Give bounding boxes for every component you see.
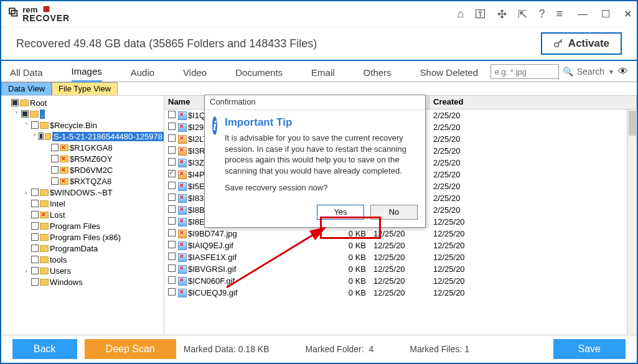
checkbox[interactable] [168, 111, 176, 118]
category-tab-audio[interactable]: Audio [131, 67, 154, 82]
tree-label: $Recycle.Bin [50, 121, 97, 130]
checkbox[interactable] [168, 182, 176, 189]
scrollbar-thumb[interactable] [629, 111, 636, 136]
file-row[interactable]: $IASFE1X.gif0 KB12/25/2012/25/20 [164, 251, 637, 263]
info-icon: i [212, 116, 217, 135]
menu-icon[interactable]: ≡ [556, 7, 563, 21]
column-created[interactable]: Created [429, 96, 637, 109]
checkbox[interactable] [168, 253, 176, 260]
checkbox[interactable] [31, 267, 39, 274]
category-tab-images[interactable]: Images [72, 66, 102, 82]
tree-item[interactable]: Intel [2, 198, 164, 209]
checkbox[interactable] [168, 217, 176, 225]
checkbox[interactable] [11, 99, 19, 106]
tree-item[interactable]: $R5MZ6OY [2, 153, 164, 164]
checkbox[interactable] [168, 123, 176, 130]
checkbox[interactable] [31, 189, 39, 196]
search-icon[interactable]: 🔍 [563, 67, 573, 77]
file-row[interactable]: $IBVGRSI.gif0 KB12/25/2012/25/20 [164, 263, 637, 275]
folder-tree[interactable]: Root˅.˅$Recycle.Bin˅S-1-5-21-2186544480-… [1, 96, 164, 335]
checkbox[interactable] [168, 264, 176, 272]
tree-item[interactable]: ProgramData [2, 243, 164, 254]
file-row[interactable]: $ICN060F.gif0 KB12/25/2012/25/20 [164, 275, 637, 287]
tree-item[interactable]: $RXTQZA8 [2, 175, 164, 187]
tree-item[interactable]: Root [2, 97, 164, 108]
checkbox[interactable] [31, 121, 39, 129]
dropdown-icon[interactable]: ▼ [608, 68, 614, 75]
file-row[interactable]: $ICUEQJ9.gif0 KB12/25/2012/25/20 [164, 287, 637, 299]
key-icon[interactable]: ⚿ [475, 7, 486, 21]
checkbox[interactable] [51, 155, 59, 162]
checkbox[interactable] [51, 144, 59, 151]
view-tab-data-view[interactable]: Data View [1, 82, 52, 95]
file-row[interactable]: $IAIQ9EJ.gif0 KB12/25/2012/25/20 [164, 240, 637, 251]
checkbox[interactable] [51, 177, 59, 185]
scrollbar[interactable] [627, 110, 637, 335]
checkbox[interactable] [168, 170, 176, 177]
tree-item[interactable]: tools [2, 254, 164, 265]
tree-item[interactable]: Program Files (x86) [2, 231, 164, 243]
tree-item[interactable]: Windows [2, 276, 164, 287]
close-icon[interactable]: ✕ [624, 8, 632, 20]
expand-icon[interactable]: › [22, 268, 30, 274]
tree-item[interactable]: Program Files [2, 220, 164, 231]
checkbox[interactable] [31, 278, 39, 286]
category-tab-documents[interactable]: Documents [235, 67, 283, 82]
checkbox[interactable] [168, 241, 176, 248]
back-button[interactable]: Back [12, 339, 77, 359]
tree-item[interactable]: $R1GKGA8 [2, 142, 164, 153]
category-tab-video[interactable]: Video [183, 67, 207, 82]
file-row[interactable]: $I9BD747.jpg0 KB12/25/2012/25/20 [164, 228, 637, 240]
checkbox[interactable] [51, 166, 59, 174]
checkbox[interactable] [168, 146, 176, 154]
category-tab-email[interactable]: Email [311, 67, 335, 82]
file-created: 2/25/20 [429, 123, 637, 132]
view-tab-file-type-view[interactable]: File Type View [52, 82, 118, 95]
preview-toggle-icon[interactable]: 👁 [618, 66, 628, 77]
file-name: $ICN060F.gif [188, 276, 235, 286]
checkbox[interactable] [168, 276, 176, 284]
checkbox[interactable] [31, 233, 39, 241]
category-tab-others[interactable]: Others [364, 67, 392, 82]
deep-scan-button[interactable]: Deep Scan [85, 339, 176, 359]
tree-item[interactable]: ˅. [2, 108, 164, 119]
tree-item[interactable]: ›Users [2, 265, 164, 276]
save-button[interactable]: Save [553, 339, 626, 359]
home-icon[interactable]: ⌂ [457, 7, 464, 21]
help-icon[interactable]: ? [538, 7, 545, 21]
tree-item[interactable]: ˅S-1-5-21-2186544480-125978 [2, 131, 164, 142]
minimize-icon[interactable]: — [578, 9, 588, 20]
folder-icon [40, 200, 49, 207]
category-tab-show-deleted[interactable]: Show Deleted [420, 67, 478, 82]
share-icon[interactable]: ✣ [497, 7, 507, 21]
expand-icon[interactable]: ˅ [22, 122, 30, 129]
tree-label: Windows [50, 278, 83, 287]
checkbox[interactable] [168, 158, 176, 166]
expand-icon[interactable]: ˅ [32, 133, 37, 140]
checkbox[interactable] [31, 211, 39, 218]
tree-item[interactable]: Lost [2, 209, 164, 220]
checkbox[interactable] [31, 200, 39, 207]
expand-icon[interactable]: ˅ [12, 111, 20, 118]
tree-item[interactable]: ›$WINDOWS.~BT [2, 187, 164, 198]
checkbox[interactable] [31, 245, 39, 252]
checkbox[interactable] [168, 229, 176, 236]
checkbox[interactable] [21, 110, 29, 118]
expand-icon[interactable]: › [22, 189, 30, 196]
checkbox[interactable] [168, 205, 176, 213]
maximize-icon[interactable]: ☐ [601, 8, 610, 20]
category-tab-all-data[interactable]: All Data [10, 67, 43, 82]
checkbox[interactable] [31, 256, 39, 263]
annotation-highlight [320, 217, 381, 239]
export-icon[interactable]: ⇱ [518, 7, 527, 21]
checkbox[interactable] [168, 194, 176, 201]
file-created: 2/25/20 [429, 182, 637, 191]
tree-item[interactable]: ˅$Recycle.Bin [2, 119, 164, 131]
tree-item[interactable]: $RD6VM2C [2, 164, 164, 175]
checkbox[interactable] [168, 288, 176, 296]
activate-button[interactable]: Activate [541, 32, 622, 55]
checkbox[interactable] [39, 133, 44, 140]
checkbox[interactable] [31, 222, 39, 230]
checkbox[interactable] [168, 134, 176, 142]
search-input[interactable] [490, 64, 559, 79]
